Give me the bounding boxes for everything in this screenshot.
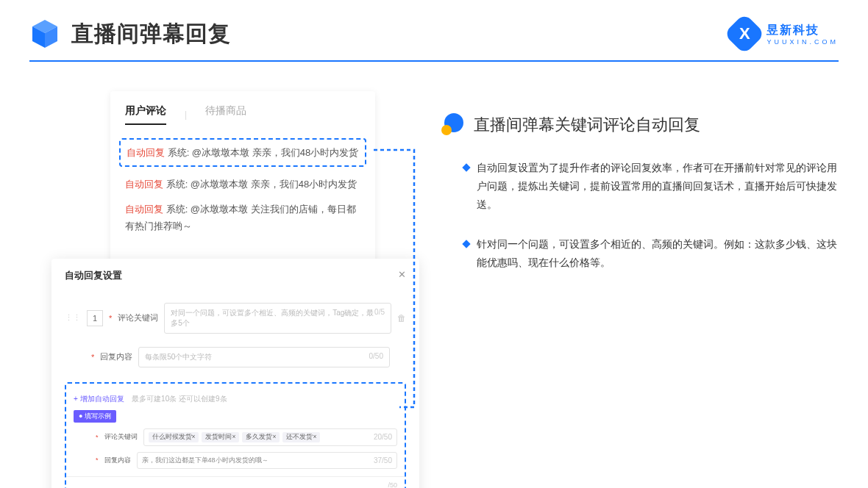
comment-text: 系统: @冰墩墩本墩 亲亲，我们48小时内发货 xyxy=(166,179,357,190)
keyword-tag[interactable]: 多久发货× xyxy=(242,432,280,442)
left-column: 用户评论 | 待播商品 自动回复 系统: @冰墩墩本墩 亲亲，我们48小时内发货… xyxy=(51,91,419,488)
auto-reply-tag: 自动回复 xyxy=(127,147,165,158)
ex-content-input[interactable]: 亲，我们这边都是下单48小时内发货的哦～ 37/50 xyxy=(137,452,397,469)
header-left: 直播间弹幕回复 xyxy=(29,18,231,49)
bullet-item: 自动回复设置为了提升作者的评论回复效率，作者可在开播前针对常见的评论用户问题，提… xyxy=(449,159,839,215)
diamond-icon xyxy=(462,240,470,248)
logo-en: YUUXIN.COM xyxy=(766,38,839,46)
brand-logo: X 昱新科技 YUUXIN.COM xyxy=(730,19,839,49)
ex-keyword-input[interactable]: 什么时候发货× 发货时间× 多久发货× 还不发货× 20/50 xyxy=(143,428,397,446)
tab-pending-products[interactable]: 待播商品 xyxy=(205,104,246,125)
tab-divider: | xyxy=(185,110,187,120)
auto-reply-settings-panel: 自动回复设置 ✕ ⋮⋮ 1 * 评论关键词 对同一个问题，可设置多个相近、高频的… xyxy=(51,259,419,488)
comment-item: 自动回复 系统: @冰墩墩本墩 亲亲，我们48小时内发货 xyxy=(125,176,360,193)
content-row: * 回复内容 每条限50个中文字符 0/50 xyxy=(91,347,406,367)
content-placeholder: 每条限50个中文字符 xyxy=(145,352,212,362)
content-counter: 0/50 xyxy=(369,352,383,362)
tag-group: 什么时候发货× 发货时间× 多久发货× 还不发货× xyxy=(149,432,321,442)
required-dot: * xyxy=(96,434,99,441)
comment-item: 自动回复 系统: @冰墩墩本墩 亲亲，我们48小时内发货 xyxy=(127,144,359,161)
auto-reply-tag: 自动回复 xyxy=(125,179,163,190)
bullet-text: 自动回复设置为了提升作者的评论回复效率，作者可在开播前针对常见的评论用户问题，提… xyxy=(477,159,839,215)
content-input[interactable]: 每条限50个中文字符 0/50 xyxy=(138,347,390,367)
ex-content-label: 回复内容 xyxy=(104,456,131,465)
ex-keyword-counter: 20/50 xyxy=(374,433,392,441)
add-hint: 最多可建10条 还可以创建9条 xyxy=(132,395,227,403)
keyword-input[interactable]: 对同一个问题，可设置多个相近、高频的关键词，Tag确定，最多5个 0/5 xyxy=(164,303,391,334)
bullet-item: 针对同一个问题，可设置多个相近的、高频的关键词。例如：这款多少钱、这块能优惠吗、… xyxy=(449,235,839,272)
logo-cn: 昱新科技 xyxy=(766,23,839,38)
required-dot: * xyxy=(91,353,94,362)
cube-icon xyxy=(29,18,60,49)
keyword-label: 评论关键词 xyxy=(118,312,158,323)
bubble-icon xyxy=(441,113,465,137)
keyword-placeholder: 对同一个问题，可设置多个相近、高频的关键词，Tag确定，最多5个 xyxy=(171,308,374,329)
settings-header: 自动回复设置 ✕ xyxy=(65,269,406,290)
bottom-counter-row: /50 xyxy=(66,476,405,488)
content-label: 回复内容 xyxy=(100,351,132,362)
diamond-icon xyxy=(462,163,470,171)
add-auto-reply-link[interactable]: + 增加自动回复 xyxy=(74,395,124,403)
highlighted-comment: 自动回复 系统: @冰墩墩本墩 亲亲，我们48小时内发货 xyxy=(119,138,366,167)
auto-reply-tag: 自动回复 xyxy=(125,204,163,215)
ex-keyword-label: 评论关键词 xyxy=(104,432,138,442)
row-number: 1 xyxy=(87,310,103,326)
settings-title: 自动回复设置 xyxy=(65,269,122,282)
keyword-counter: 0/5 xyxy=(374,308,385,329)
comment-text: 系统: @冰墩墩本墩 亲亲，我们48小时内发货 xyxy=(168,147,359,158)
keyword-tag[interactable]: 发货时间× xyxy=(202,432,239,442)
example-keyword-row: * 评论关键词 什么时候发货× 发货时间× 多久发货× 还不发货× 20/50 xyxy=(96,428,397,446)
section-heading: 直播间弹幕关键词评论自动回复 xyxy=(441,113,839,137)
add-auto-reply-row: + 增加自动回复 最多可建10条 还可以创建9条 xyxy=(74,391,397,404)
example-badge: ● 填写示例 xyxy=(74,410,116,423)
ex-content-counter: 37/50 xyxy=(374,456,392,464)
keyword-row: ⋮⋮ 1 * 评论关键词 对同一个问题，可设置多个相近、高频的关键词，Tag确定… xyxy=(65,303,406,334)
logo-mark-icon: X xyxy=(724,13,766,55)
logo-text: 昱新科技 YUUXIN.COM xyxy=(766,23,839,46)
comment-item: 自动回复 系统: @冰墩墩本墩 关注我们的店铺，每日都有热门推荐哟～ xyxy=(125,201,360,235)
keyword-tag[interactable]: 什么时候发货× xyxy=(149,432,199,442)
ex-content-text: 亲，我们这边都是下单48小时内发货的哦～ xyxy=(142,456,268,465)
close-icon[interactable]: ✕ xyxy=(398,269,406,282)
example-content-row: * 回复内容 亲，我们这边都是下单48小时内发货的哦～ 37/50 xyxy=(96,452,397,469)
section-title: 直播间弹幕关键词评论自动回复 xyxy=(474,114,700,136)
bullet-text: 针对同一个问题，可设置多个相近的、高频的关键词。例如：这款多少钱、这块能优惠吗、… xyxy=(477,235,839,272)
right-column: 直播间弹幕关键词评论自动回复 自动回复设置为了提升作者的评论回复效率，作者可在开… xyxy=(449,91,839,488)
tabs: 用户评论 | 待播商品 xyxy=(125,104,360,125)
bottom-counter: /50 xyxy=(388,481,397,488)
example-section: + 增加自动回复 最多可建10条 还可以创建9条 ● 填写示例 * 评论关键词 … xyxy=(65,382,406,488)
required-dot: * xyxy=(109,314,112,323)
delete-icon[interactable]: 🗑 xyxy=(397,313,406,323)
keyword-tag[interactable]: 还不发货× xyxy=(282,432,320,442)
main-content: 用户评论 | 待播商品 自动回复 系统: @冰墩墩本墩 亲亲，我们48小时内发货… xyxy=(0,62,868,488)
page-header: 直播间弹幕回复 X 昱新科技 YUUXIN.COM xyxy=(0,0,868,49)
tab-user-comments[interactable]: 用户评论 xyxy=(125,104,166,125)
comment-panel: 用户评论 | 待播商品 自动回复 系统: @冰墩墩本墩 亲亲，我们48小时内发货… xyxy=(110,91,375,279)
page-title: 直播间弹幕回复 xyxy=(71,19,231,49)
required-dot: * xyxy=(96,456,99,464)
